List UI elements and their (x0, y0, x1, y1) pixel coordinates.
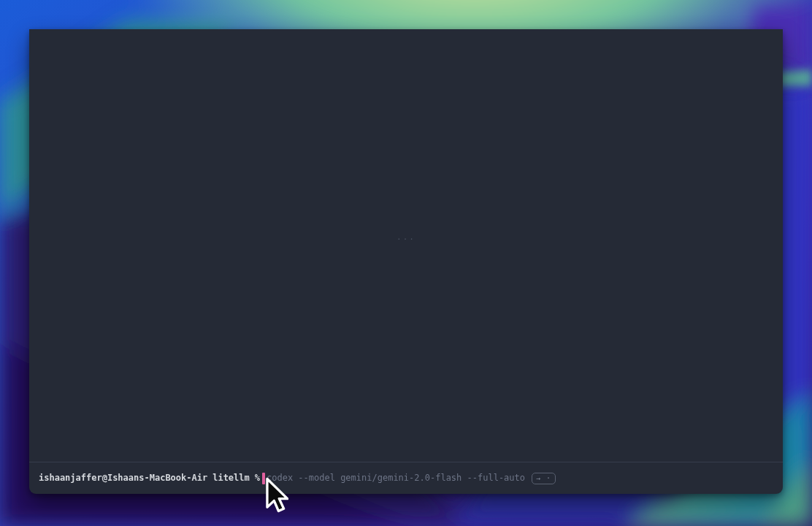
text-caret (262, 473, 265, 484)
shell-prompt-line[interactable]: ishaanjaffer@Ishaans-MacBook-Air litellm… (39, 472, 556, 484)
terminal-output-area[interactable]: ... (29, 29, 783, 462)
prompt-symbol: % (255, 472, 260, 484)
key-hint-badge: → · (532, 473, 556, 484)
prompt-user-host: ishaanjaffer@Ishaans-MacBook-Air (39, 472, 207, 484)
loading-ellipsis: ... (29, 232, 783, 242)
prompt-divider (29, 462, 783, 462)
prompt-directory: litellm (212, 472, 250, 484)
command-suggestion-text: codex --model gemini/gemini-2.0-flash --… (267, 472, 525, 484)
terminal-window[interactable]: ... ishaanjaffer@Ishaans-MacBook-Air lit… (29, 29, 783, 494)
